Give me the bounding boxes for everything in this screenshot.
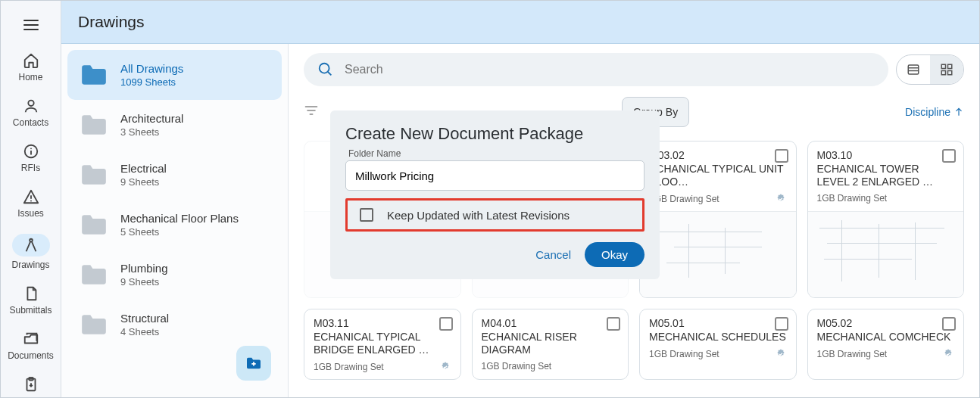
add-folder-button[interactable]	[236, 346, 271, 381]
verified-icon	[775, 193, 787, 205]
card-checkbox[interactable]	[439, 317, 453, 331]
verified-icon	[942, 348, 954, 360]
rail-label: Documents	[8, 350, 54, 361]
menu-button[interactable]	[14, 8, 48, 42]
warning-icon	[23, 188, 39, 205]
rail-label: Issues	[17, 208, 44, 219]
folder-item-structural[interactable]: Structural 4 Sheets	[67, 300, 282, 350]
rail-item-submittals[interactable]: Submittals	[5, 281, 58, 320]
folder-icon	[80, 110, 108, 139]
filter-icon[interactable]	[304, 103, 319, 121]
rail-item-clipboard[interactable]	[5, 372, 58, 397]
rail-label: Home	[18, 72, 42, 82]
rail-item-home[interactable]: Home	[5, 48, 58, 87]
verified-icon	[775, 348, 787, 360]
folder-title: Electrical	[120, 162, 167, 175]
svg-point-0	[28, 101, 33, 106]
card-checkbox[interactable]	[775, 149, 788, 163]
grid-icon	[940, 63, 953, 76]
card-title: ECHANICAL TYPICAL UNIT FLOO…	[649, 163, 787, 188]
card-number: M03.10	[817, 149, 955, 161]
info-icon	[23, 143, 39, 160]
home-icon	[23, 52, 39, 69]
drawing-card[interactable]: M04.01 ECHANICAL RISER DIAGRAM 1GB Drawi…	[472, 309, 629, 380]
folder-plus-icon	[245, 356, 262, 370]
drawing-card[interactable]: M03.11 ECHANICAL TYPICAL BRIDGE ENLARGED…	[304, 309, 461, 380]
folder-title: Mechanical Floor Plans	[120, 212, 239, 225]
okay-button[interactable]: Okay	[585, 242, 644, 267]
rail-item-issues[interactable]: Issues	[5, 184, 58, 223]
search-box[interactable]	[304, 53, 888, 86]
compass-icon	[12, 234, 50, 257]
svg-point-2	[30, 148, 32, 149]
rail-item-rfis[interactable]: RFIs	[5, 138, 58, 178]
folder-icon	[80, 310, 108, 339]
card-checkbox[interactable]	[942, 317, 956, 331]
sort-button[interactable]: Discipline	[905, 106, 964, 118]
document-icon	[23, 285, 39, 302]
rail-label: Submittals	[9, 305, 51, 316]
card-number: M05.02	[817, 317, 955, 329]
list-view-button[interactable]	[897, 55, 930, 84]
folder-title: All Drawings	[120, 62, 183, 75]
folder-name-input[interactable]	[345, 160, 644, 191]
folder-icon	[80, 260, 108, 289]
sort-text: Discipline	[905, 106, 950, 118]
folder-icon	[80, 210, 108, 239]
drawing-card[interactable]: M03.02 ECHANICAL TYPICAL UNIT FLOO… 1GB …	[639, 141, 797, 298]
card-number: M05.01	[649, 317, 787, 329]
folder-icon	[80, 61, 108, 89]
card-title: ECHANICAL RISER DIAGRAM	[482, 331, 620, 356]
drawing-card[interactable]: M05.01 MECHANICAL SCHEDULES 1GB Drawing …	[639, 309, 797, 380]
svg-rect-11	[941, 71, 945, 75]
folder-title: Plumbing	[120, 262, 168, 275]
cancel-button[interactable]: Cancel	[535, 248, 571, 261]
folder-item-electrical[interactable]: Electrical 9 Sheets	[67, 150, 282, 200]
card-set: 1GB Drawing Set	[817, 193, 955, 204]
card-checkbox[interactable]	[942, 149, 956, 163]
drawing-card[interactable]: M05.02 MECHANICAL COMCHECK 1GB Drawing S…	[807, 309, 965, 380]
grid-view-button[interactable]	[930, 55, 963, 84]
rail-item-documents[interactable]: Documents	[5, 326, 58, 365]
card-checkbox[interactable]	[775, 317, 788, 331]
folder-item-architectural[interactable]: Architectural 3 Sheets	[67, 100, 282, 150]
folder-item-all-drawings[interactable]: All Drawings 1099 Sheets	[67, 50, 282, 100]
card-number: M03.11	[314, 317, 451, 329]
rail-label: Drawings	[11, 260, 49, 270]
verified-icon	[439, 361, 451, 373]
create-package-modal: Create New Document Package Folder Name …	[330, 110, 660, 279]
folder-item-plumbing[interactable]: Plumbing 9 Sheets	[67, 250, 282, 300]
rail-label: Contacts	[13, 117, 48, 128]
folder-sub: 3 Sheets	[120, 126, 183, 138]
keep-updated-checkbox[interactable]	[360, 208, 373, 222]
keep-updated-label: Keep Updated with Latest Revisions	[387, 209, 570, 222]
page-title: Drawings	[78, 13, 145, 31]
arrow-up-icon	[953, 107, 964, 117]
svg-rect-12	[948, 71, 952, 75]
card-set: 1GB Drawing Set	[649, 193, 787, 205]
folders-icon	[23, 331, 39, 347]
svg-rect-10	[948, 64, 952, 68]
folder-sub: 1099 Sheets	[120, 76, 183, 88]
rail-item-contacts[interactable]: Contacts	[5, 93, 58, 132]
drawing-card[interactable]: M03.10 ECHANICAL TOWER LEVEL 2 ENLARGED …	[807, 141, 965, 298]
folder-item-mechanical[interactable]: Mechanical Floor Plans 5 Sheets	[67, 200, 282, 250]
svg-rect-8	[908, 65, 919, 74]
card-checkbox[interactable]	[607, 317, 620, 331]
rail-item-drawings[interactable]: Drawings	[5, 229, 58, 275]
folder-sidebar: All Drawings 1099 Sheets Architectural 3…	[61, 44, 289, 397]
card-set: 1GB Drawing Set	[817, 348, 955, 360]
folder-sub: 9 Sheets	[120, 276, 168, 288]
view-toggle	[896, 54, 964, 85]
card-set: 1GB Drawing Set	[649, 348, 787, 360]
rail-label: RFIs	[21, 163, 40, 173]
left-rail: Home Contacts RFIs Issues Drawings Submi…	[1, 1, 61, 397]
search-input[interactable]	[345, 63, 875, 76]
card-set: 1GB Drawing Set	[314, 361, 451, 373]
svg-point-4	[30, 239, 33, 242]
card-title: MECHANICAL SCHEDULES	[649, 331, 787, 344]
card-number: M03.02	[649, 149, 787, 161]
keep-updated-row[interactable]: Keep Updated with Latest Revisions	[345, 198, 644, 232]
folder-sub: 5 Sheets	[120, 226, 239, 238]
card-set: 1GB Drawing Set	[482, 361, 620, 372]
